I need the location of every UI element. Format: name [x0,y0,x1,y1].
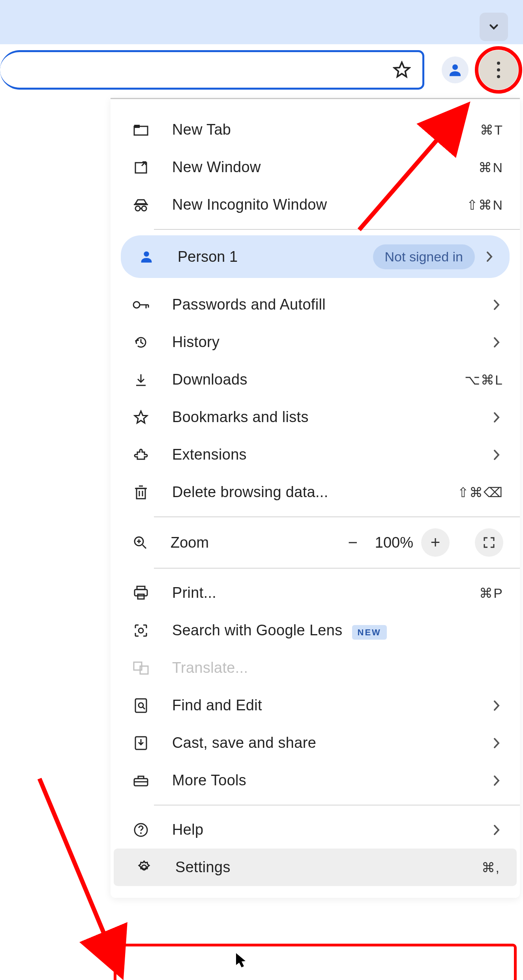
print-icon [132,584,150,602]
menu-label: Translate... [172,659,503,676]
menu-item-google-lens[interactable]: Search with Google LensNEW [111,612,520,649]
menu-item-cast-save-share[interactable]: Cast, save and share [111,724,520,762]
key-icon [132,296,150,314]
menu-label: More Tools [172,772,493,789]
menu-label: Delete browsing data... [172,484,457,501]
menu-label: Bookmarks and lists [172,409,493,426]
svg-line-38 [143,707,145,709]
menu-item-translate: Translate... [111,649,520,687]
translate-icon [132,659,150,677]
separator [154,516,520,517]
profile-icon [137,248,156,266]
menu-label: Help [172,821,493,838]
menu-item-profile[interactable]: Person 1 Not signed in [121,235,510,278]
shortcut: ⌘N [478,160,503,175]
svg-rect-6 [134,125,140,128]
menu-item-extensions[interactable]: Extensions [111,436,520,473]
chevron-right-icon [493,336,503,348]
separator [154,568,520,569]
menu-label: Find and Edit [172,697,493,714]
help-icon [132,821,150,839]
menu-item-downloads[interactable]: Downloads ⌥⌘L [111,361,520,398]
chrome-menu: New Tab ⌘T New Window ⌘N New Incognito W… [111,98,520,898]
chevron-right-icon [493,775,503,787]
menu-item-incognito[interactable]: New Incognito Window ⇧⌘N [111,186,520,223]
menu-item-find-edit[interactable]: Find and Edit [111,687,520,724]
svg-line-27 [142,545,146,548]
svg-rect-31 [135,590,147,596]
svg-rect-7 [135,163,146,173]
menu-item-history[interactable]: History [111,323,520,361]
menu-item-settings[interactable]: Settings ⌘, [114,849,517,886]
find-in-page-icon [132,697,150,715]
svg-rect-36 [135,699,146,712]
menu-label: New Incognito Window [172,196,467,213]
separator [154,229,520,230]
svg-point-13 [144,252,149,257]
save-icon [132,734,150,752]
chevron-right-icon [493,737,503,749]
annotation-highlight [114,944,517,980]
extension-icon [132,446,150,464]
svg-point-11 [142,206,146,211]
zoom-in-button[interactable]: + [421,528,450,557]
zoom-out-button[interactable]: − [339,528,367,557]
menu-item-new-window[interactable]: New Window ⌘N [111,148,520,186]
svg-point-14 [133,302,140,308]
tab-search-button[interactable] [480,13,508,41]
menu-label: Extensions [172,446,493,463]
menu-item-new-tab[interactable]: New Tab ⌘T [111,111,520,148]
trash-icon [132,483,150,501]
shortcut: ⌘T [480,122,503,138]
chevron-right-icon [493,824,503,836]
profile-name: Person 1 [178,248,238,265]
history-icon [132,333,150,351]
menu-label: Passwords and Autofill [172,296,493,313]
zoom-label: Zoom [171,534,209,551]
profile-status: Not signed in [373,244,475,269]
chevron-right-icon [493,449,503,461]
profile-avatar-button[interactable] [442,56,469,83]
menu-item-zoom: Zoom − 100% + [111,523,520,562]
menu-label: Settings [175,859,482,876]
star-icon [132,408,150,426]
menu-item-passwords[interactable]: Passwords and Autofill [111,286,520,323]
chevron-right-icon [486,251,496,263]
lens-icon [132,621,150,640]
shortcut: ⌥⌘L [465,372,503,388]
menu-label: New Window [172,159,478,176]
menu-item-help[interactable]: Help [111,811,520,849]
svg-point-44 [140,832,142,834]
svg-point-33 [139,628,143,633]
tab-strip [0,0,523,44]
new-window-icon [132,158,150,176]
bookmark-star-icon[interactable] [392,60,411,79]
svg-point-1 [452,64,458,70]
address-bar[interactable] [0,50,424,90]
menu-label: Downloads [172,371,465,388]
fullscreen-button[interactable] [475,528,503,557]
menu-label: Print... [172,584,479,601]
zoom-value: 100% [375,534,413,551]
svg-point-10 [135,206,140,211]
menu-item-print[interactable]: Print... ⌘P [111,574,520,612]
shortcut: ⌘P [479,585,503,601]
annotation-circle [475,46,522,94]
toolbox-icon [132,772,150,790]
svg-rect-21 [137,488,145,499]
menu-item-more-tools[interactable]: More Tools [111,762,520,799]
menu-item-delete-browsing-data[interactable]: Delete browsing data... ⇧⌘⌫ [111,473,520,511]
separator [154,805,520,805]
download-icon [132,371,150,389]
menu-label: New Tab [172,121,480,138]
svg-line-47 [39,779,118,968]
magnifier-icon [132,534,148,551]
toolbar [0,44,523,96]
chrome-menu-button[interactable] [479,50,518,90]
svg-marker-20 [135,411,147,423]
incognito-icon [132,196,150,214]
menu-item-bookmarks[interactable]: Bookmarks and lists [111,398,520,436]
new-tab-icon [132,121,150,139]
menu-label: Cast, save and share [172,734,493,751]
chevron-right-icon [493,411,503,423]
